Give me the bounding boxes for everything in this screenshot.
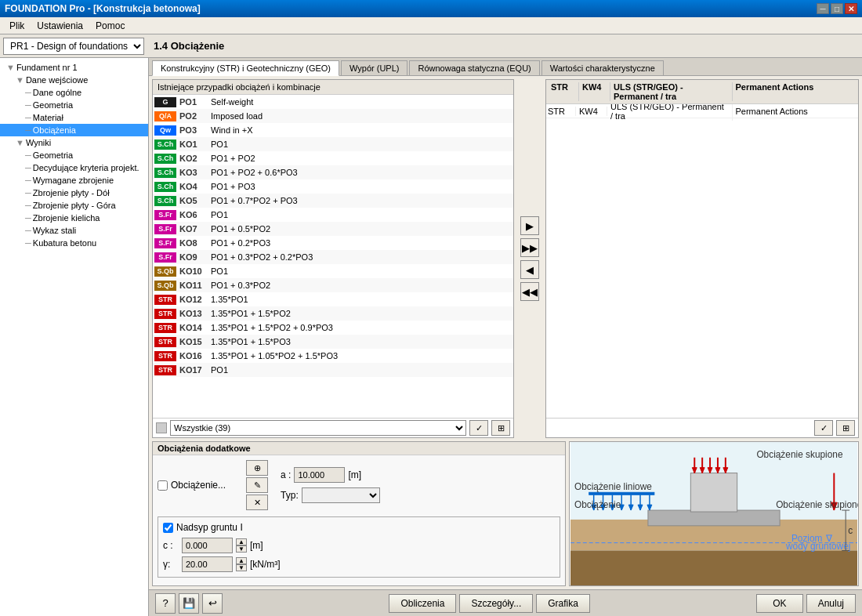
project-dropdown[interactable]: PR1 - Design of foundations — [3, 38, 144, 55]
sidebar-item-obciazenia[interactable]: ─ Obciążenia — [0, 124, 148, 136]
load-list[interactable]: G PO1 Self-weight Q/A PO2 Imposed load Q… — [153, 95, 513, 418]
list-item[interactable]: S.Ch KO1 PO1 — [153, 137, 513, 151]
badge-sqb: S.Qb — [154, 266, 176, 277]
sidebar-item-geometria2[interactable]: ─ Geometria — [0, 149, 148, 161]
toolbar: PR1 - Design of foundations 1.4 Obciążen… — [0, 34, 862, 58]
selected-item[interactable]: STR KW4 ULS (STR/GEO) - Permanent / tra … — [546, 104, 858, 118]
sidebar-item-dane-ogolne[interactable]: ─ Dane ogólne — [0, 86, 148, 99]
svg-rect-3 — [648, 510, 780, 526]
list-item[interactable]: Qw PO3 Wind in +X — [153, 123, 513, 137]
svg-rect-29 — [589, 492, 654, 495]
list-item[interactable]: S.Fr KO6 PO1 — [153, 208, 513, 222]
menu-bar: Plik Ustawienia Pomoc — [0, 17, 862, 34]
sidebar-item-kubatura[interactable]: ─ Kubatura betonu — [0, 237, 148, 249]
sidebar-item-wykaz-stali[interactable]: ─ Wykaz stali — [0, 224, 148, 237]
list-item[interactable]: S.Ch KO2 PO1 + PO2 — [153, 151, 513, 165]
delete-icon-btn[interactable]: ✕ — [246, 495, 268, 510]
sidebar-item-wyniki[interactable]: ▼ Wyniki — [0, 136, 148, 149]
tab-upl[interactable]: Wypór (UPL) — [341, 60, 407, 75]
right-panel: Konstrukcyjny (STR) i Geotechniczny (GEO… — [149, 58, 862, 616]
list-item[interactable]: S.Ch KO5 PO1 + 0.7*PO2 + PO3 — [153, 194, 513, 208]
sidebar-item-zbrojenie-dol[interactable]: ─ Zbrojenie płyty - Dół — [0, 187, 148, 199]
list-item[interactable]: STR KO14 1.35*PO1 + 1.5*PO2 + 0.9*PO3 — [153, 321, 513, 335]
diagram-svg: ∇ Obciążenie liniowe Obciążenie Obciążen… — [570, 442, 858, 585]
selected-check-btn[interactable]: ✓ — [814, 420, 833, 436]
typ-select[interactable] — [302, 487, 380, 503]
list-item[interactable]: S.Ch KO4 PO1 + PO3 — [153, 179, 513, 194]
sidebar-item-kryteria[interactable]: ─ Decydujące kryteria projekt. — [0, 161, 148, 174]
badge-str: STR — [154, 351, 176, 361]
grid-icon-btn[interactable]: ⊞ — [491, 420, 510, 436]
tab-wartosci[interactable]: Wartości charakterystyczne — [541, 60, 664, 75]
list-item[interactable]: G PO1 Self-weight — [153, 95, 513, 109]
list-item[interactable]: S.Fr KO7 PO1 + 0.5*PO2 — [153, 222, 513, 236]
sidebar-item-zbrojenie-gora[interactable]: ─ Zbrojenie płyty - Góra — [0, 199, 148, 212]
transfer-left-button[interactable]: ◀ — [520, 260, 539, 279]
a-input[interactable] — [294, 467, 345, 483]
left-buttons: ? 💾 ↩ — [155, 593, 223, 614]
c-down-btn[interactable]: ▼ — [236, 545, 247, 553]
load-area: Istniejące przypadki obciążeń i kombinac… — [152, 79, 859, 438]
list-item[interactable]: S.Fr KO8 PO1 + 0.2*PO3 — [153, 236, 513, 250]
minimize-button[interactable]: ─ — [817, 3, 829, 14]
list-item[interactable]: S.Qb KO11 PO1 + 0.3*PO2 — [153, 278, 513, 292]
list-item[interactable]: STR KO16 1.35*PO1 + 1.05*PO2 + 1.5*PO3 — [153, 349, 513, 363]
selected-list: STR KW4 ULS (STR/GEO) - Permanent / tra … — [546, 104, 858, 418]
sidebar-item-zbrojenie-kielicha[interactable]: ─ Zbrojenie kielicha — [0, 212, 148, 224]
cancel-button[interactable]: Anuluj — [806, 594, 856, 613]
sidebar-fundament[interactable]: ▼ Fundament nr 1 — [0, 61, 148, 74]
selected-col-permanent: Permanent Actions — [733, 82, 854, 101]
tool-btn-2[interactable]: 💾 — [179, 593, 199, 614]
obciazenie-checkbox[interactable] — [158, 480, 168, 491]
tab-equ[interactable]: Równowaga statyczna (EQU) — [409, 60, 539, 75]
tab-str-geo[interactable]: Konstrukcyjny (STR) i Geotechniczny (GEO… — [152, 60, 339, 76]
check-icon-btn[interactable]: ✓ — [469, 420, 488, 436]
c-input[interactable] — [182, 538, 233, 553]
transfer-right-button[interactable]: ▶ — [520, 216, 539, 235]
gamma-down-btn[interactable]: ▼ — [236, 564, 247, 571]
sidebar-item-dane-wejsciowe[interactable]: ▼ Dane wejściowe — [0, 74, 148, 86]
gamma-up-btn[interactable]: ▲ — [236, 557, 247, 564]
list-item[interactable]: STR KO15 1.35*PO1 + 1.5*PO3 — [153, 335, 513, 349]
badge-str: STR — [154, 365, 176, 375]
close-button[interactable]: ✕ — [845, 3, 857, 14]
selected-col-kw4: KW4 — [579, 82, 610, 101]
selected-grid-btn[interactable]: ⊞ — [836, 420, 855, 436]
list-item[interactable]: STR KO17 PO1 — [153, 363, 513, 377]
list-item[interactable]: STR KO12 1.35*PO1 — [153, 292, 513, 306]
footer-color-box — [156, 422, 167, 433]
ok-button[interactable]: OK — [756, 594, 802, 613]
tool-btn-1[interactable]: ? — [155, 593, 176, 614]
list-item[interactable]: S.Ch KO3 PO1 + PO2 + 0.6*PO3 — [153, 165, 513, 179]
menu-pomoc[interactable]: Pomoc — [89, 19, 131, 33]
szczegoly-button[interactable]: Szczegóły... — [459, 594, 533, 613]
badge-str: STR — [154, 295, 176, 305]
diagram-box: ∇ Obciążenie liniowe Obciążenie Obciążen… — [569, 441, 859, 586]
obciazenia-content: Obciążenie... ⊕ ✎ ✕ a : — [153, 455, 565, 582]
sidebar-item-material[interactable]: ─ Materiał — [0, 111, 148, 124]
maximize-button[interactable]: □ — [831, 3, 843, 14]
menu-ustawienia[interactable]: Ustawienia — [31, 19, 89, 33]
obliczenia-button[interactable]: Obliczenia — [389, 594, 456, 613]
transfer-all-left-button[interactable]: ◀◀ — [520, 282, 539, 301]
grafika-button[interactable]: Grafika — [536, 594, 590, 613]
tool-btn-3[interactable]: ↩ — [202, 593, 223, 614]
list-item[interactable]: S.Qb KO10 PO1 — [153, 264, 513, 278]
transfer-all-right-button[interactable]: ▶▶ — [520, 238, 539, 257]
list-item[interactable]: S.Fr KO9 PO1 + 0.3*PO2 + 0.2*PO3 — [153, 250, 513, 264]
c-up-btn[interactable]: ▲ — [236, 538, 247, 545]
obciazenie-label: Obciążenie... — [171, 480, 226, 491]
menu-plik[interactable]: Plik — [3, 19, 31, 33]
sidebar-item-zbrojenie[interactable]: ─ Wymagane zbrojenie — [0, 174, 148, 187]
center-buttons: Obliczenia Szczegóły... Grafika — [389, 594, 590, 613]
list-item[interactable]: Q/A PO2 Imposed load — [153, 109, 513, 123]
badge-sqb: S.Qb — [154, 281, 176, 291]
add-icon-btn[interactable]: ⊕ — [246, 460, 268, 476]
sidebar-item-geometria[interactable]: ─ Geometria — [0, 99, 148, 111]
nadsyp-checkbox[interactable] — [163, 523, 173, 533]
badge-qw: Qw — [154, 125, 176, 136]
edit-icon-btn[interactable]: ✎ — [246, 477, 268, 493]
list-item[interactable]: STR KO13 1.35*PO1 + 1.5*PO2 — [153, 306, 513, 321]
footer-dropdown[interactable]: Wszystkie (39) — [170, 420, 466, 436]
gamma-input[interactable] — [182, 556, 233, 572]
